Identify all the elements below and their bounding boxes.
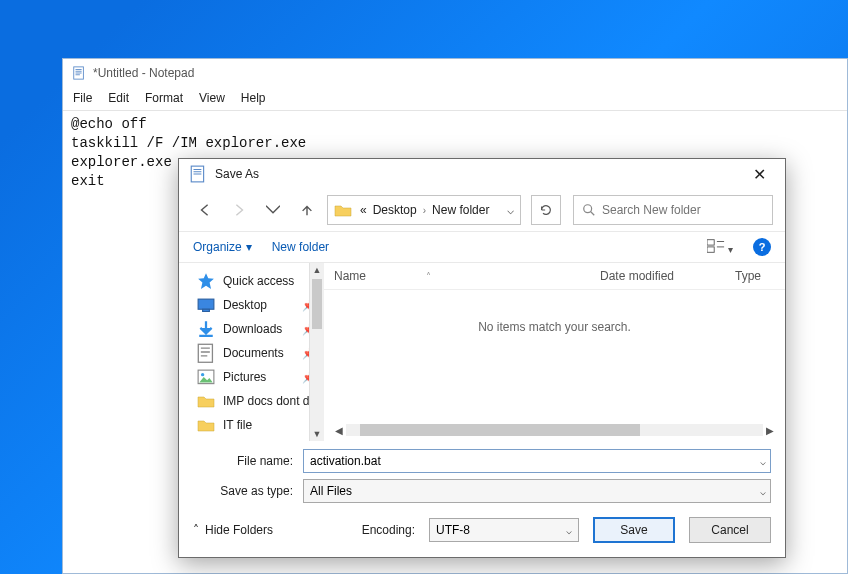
- col-date[interactable]: Date modified: [600, 269, 735, 283]
- col-name[interactable]: Name˄: [334, 269, 600, 283]
- filename-fields: File name: ⌵ Save as type: All Files ⌵: [179, 441, 785, 507]
- saveas-dialog: Save As ✕ « Desktop › New folder ⌵ Organ…: [178, 158, 786, 558]
- nav-row: « Desktop › New folder ⌵: [179, 189, 785, 231]
- organize-button[interactable]: Organize ▾: [193, 240, 252, 254]
- notepad-menubar: File Edit Format View Help: [63, 87, 847, 111]
- horizontal-scrollbar[interactable]: ◀ ▶: [332, 423, 777, 437]
- svg-rect-7: [198, 344, 212, 362]
- sidebar-item-impdocs[interactable]: IMP docs dont d: [179, 389, 324, 413]
- savetype-select[interactable]: All Files ⌵: [303, 479, 771, 503]
- sidebar-item-desktop[interactable]: Desktop 📌: [179, 293, 324, 317]
- sidebar-item-pictures[interactable]: Pictures 📌: [179, 365, 324, 389]
- filename-input[interactable]: [310, 454, 764, 468]
- scroll-down-icon[interactable]: ▼: [310, 427, 324, 441]
- breadcrumb-prefix: «: [360, 203, 367, 217]
- dropdown-icon[interactable]: ⌵: [760, 456, 766, 467]
- notepad-icon: [71, 65, 87, 81]
- view-button[interactable]: ▾: [707, 239, 733, 256]
- cancel-button[interactable]: Cancel: [689, 517, 771, 543]
- saveas-title: Save As: [215, 167, 739, 181]
- folder-icon: [197, 393, 215, 409]
- menu-format[interactable]: Format: [145, 91, 183, 105]
- svg-point-9: [201, 373, 204, 376]
- saveas-icon: [189, 165, 207, 183]
- newfolder-button[interactable]: New folder: [272, 240, 329, 254]
- sidebar-item-documents[interactable]: Documents 📌: [179, 341, 324, 365]
- search-input[interactable]: [602, 203, 764, 217]
- sidebar-item-itfile[interactable]: IT file: [179, 413, 324, 437]
- help-button[interactable]: ?: [753, 238, 771, 256]
- up-button[interactable]: [293, 196, 321, 224]
- download-icon: [197, 321, 215, 337]
- menu-help[interactable]: Help: [241, 91, 266, 105]
- hidefolders-button[interactable]: ˄ Hide Folders: [193, 523, 273, 537]
- toolbar: Organize ▾ New folder ▾ ?: [179, 231, 785, 263]
- scroll-up-icon[interactable]: ▲: [310, 263, 324, 277]
- folder-icon: [334, 202, 352, 218]
- dropdown-icon[interactable]: ⌵: [566, 525, 572, 536]
- notepad-title: *Untitled - Notepad: [93, 66, 194, 80]
- empty-message: No items match your search.: [324, 290, 785, 364]
- menu-edit[interactable]: Edit: [108, 91, 129, 105]
- sidebar-item-quickaccess[interactable]: Quick access: [179, 269, 324, 293]
- close-button[interactable]: ✕: [739, 165, 779, 184]
- svg-rect-6: [203, 310, 210, 312]
- dropdown-icon: ▾: [246, 240, 252, 254]
- notepad-titlebar[interactable]: *Untitled - Notepad: [63, 59, 847, 87]
- refresh-button[interactable]: [531, 195, 561, 225]
- menu-view[interactable]: View: [199, 91, 225, 105]
- search-icon: [582, 203, 596, 217]
- svg-rect-3: [707, 239, 714, 244]
- documents-icon: [197, 345, 215, 361]
- filename-input-wrapper[interactable]: ⌵: [303, 449, 771, 473]
- search-box[interactable]: [573, 195, 773, 225]
- breadcrumb-1[interactable]: New folder: [432, 203, 489, 217]
- dialog-footer: ˄ Hide Folders Encoding: UTF-8 ⌵ Save Ca…: [179, 507, 785, 557]
- sidebar-item-downloads[interactable]: Downloads 📌: [179, 317, 324, 341]
- scroll-left-icon[interactable]: ◀: [332, 425, 346, 436]
- back-button[interactable]: [191, 196, 219, 224]
- recent-dropdown[interactable]: [259, 196, 287, 224]
- file-list: Name˄ Date modified Type No items match …: [324, 263, 785, 441]
- scroll-thumb[interactable]: [312, 279, 322, 329]
- savetype-label: Save as type:: [193, 484, 303, 498]
- svg-rect-4: [707, 246, 714, 251]
- encoding-select[interactable]: UTF-8 ⌵: [429, 518, 579, 542]
- chevron-up-icon: ˄: [193, 523, 199, 537]
- scroll-right-icon[interactable]: ▶: [763, 425, 777, 436]
- filename-label: File name:: [193, 454, 303, 468]
- breadcrumb-0[interactable]: Desktop: [373, 203, 417, 217]
- addressbar-dropdown-icon[interactable]: ⌵: [507, 203, 514, 217]
- svg-point-2: [584, 205, 592, 213]
- address-bar[interactable]: « Desktop › New folder ⌵: [327, 195, 521, 225]
- star-icon: [197, 273, 215, 289]
- folder-icon: [197, 417, 215, 433]
- forward-button[interactable]: [225, 196, 253, 224]
- col-type[interactable]: Type: [735, 269, 775, 283]
- saveas-titlebar[interactable]: Save As ✕: [179, 159, 785, 189]
- scroll-thumb[interactable]: [360, 424, 640, 436]
- sort-icon: ˄: [426, 271, 431, 282]
- nav-pane: Quick access Desktop 📌 Downloads 📌 Docum…: [179, 263, 324, 441]
- svg-rect-5: [198, 299, 214, 309]
- column-headers[interactable]: Name˄ Date modified Type: [324, 263, 785, 290]
- breadcrumb-sep-icon: ›: [423, 205, 426, 216]
- pictures-icon: [197, 369, 215, 385]
- dropdown-icon[interactable]: ⌵: [760, 486, 766, 497]
- save-button[interactable]: Save: [593, 517, 675, 543]
- menu-file[interactable]: File: [73, 91, 92, 105]
- nav-scrollbar[interactable]: ▲ ▼: [309, 263, 324, 441]
- desktop-icon: [197, 297, 215, 313]
- encoding-label: Encoding:: [362, 523, 415, 537]
